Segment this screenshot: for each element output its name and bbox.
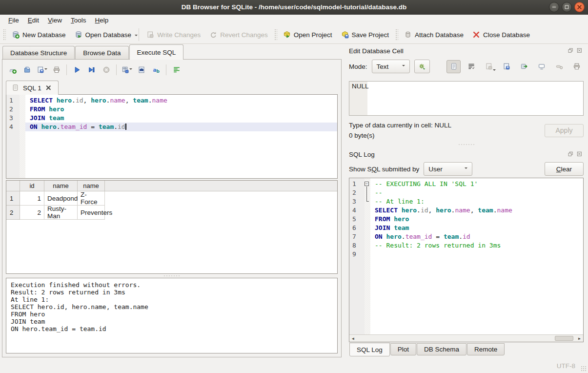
menu-help[interactable]: Help [91, 16, 113, 25]
code-text[interactable]: JOIN team [25, 114, 337, 123]
row-number[interactable]: 1 [6, 191, 20, 206]
menu-edit[interactable]: Edit [23, 16, 43, 25]
toolbar-separator [66, 64, 67, 75]
resize-grip[interactable] [581, 366, 587, 372]
tab-database-structure[interactable]: Database Structure [2, 46, 75, 59]
execution-message-panel[interactable]: Execution finished without errors. Resul… [6, 278, 338, 353]
tab-execute-sql[interactable]: Execute SQL [129, 44, 184, 60]
save-results-button[interactable] [120, 63, 133, 76]
toolbar-handle[interactable] [395, 28, 398, 41]
cell-id[interactable]: 1 [20, 191, 44, 206]
menu-view[interactable]: View [43, 16, 66, 25]
cell-id[interactable]: 2 [20, 206, 44, 220]
code-text[interactable]: FROM hero [370, 215, 583, 224]
column-header-name[interactable]: name [78, 181, 105, 191]
set-null-button[interactable] [552, 60, 566, 73]
apply-button[interactable]: Apply [545, 124, 584, 137]
code-text[interactable]: ON hero.team_id = team.id [25, 123, 337, 131]
code-text[interactable]: -- Result: 2 rows returned in 3ms [370, 241, 583, 250]
scroll-right-icon[interactable]: ▶ [576, 335, 583, 342]
code-line-3: 3JOIN team [6, 114, 337, 123]
cell-hero-name[interactable]: Deadpond [44, 191, 78, 206]
code-text[interactable]: -- At line 1: [370, 197, 583, 206]
write-changes-button[interactable]: Write Changes [142, 29, 205, 41]
execute-line-button[interactable] [85, 63, 98, 76]
bottom-tab-db-schema[interactable]: DB Schema [417, 343, 466, 355]
code-text[interactable]: ON hero.team_id = team.id [370, 232, 583, 241]
window-close-button[interactable] [574, 2, 585, 12]
column-header-name[interactable]: name [44, 181, 78, 191]
close-database-button[interactable]: Close Database [468, 29, 534, 41]
menu-file[interactable]: File [4, 16, 23, 25]
code-text[interactable]: SELECT hero.id, hero.name, team.name [370, 206, 583, 215]
tab-browse-data[interactable]: Browse Data [75, 46, 128, 59]
clear-button[interactable]: Clear [545, 162, 584, 176]
scroll-left-icon[interactable]: ◀ [349, 335, 357, 342]
code-text[interactable]: -- EXECUTING ALL IN 'SQL 1' [370, 180, 583, 188]
open-project-button[interactable]: Open Project [279, 29, 337, 41]
results-message-splitter[interactable] [6, 274, 338, 278]
open-sql-file-button[interactable] [20, 63, 34, 76]
toolbar-handle[interactable] [2, 28, 6, 41]
text-view-button[interactable] [446, 60, 461, 73]
toolbar-handle[interactable] [274, 28, 277, 41]
cell-null-label: NULL [349, 82, 367, 115]
code-text[interactable]: JOIN team [370, 224, 583, 232]
row-number[interactable]: 2 [6, 206, 20, 220]
save-cell-button[interactable] [482, 60, 496, 73]
wrap-cell-button[interactable] [464, 60, 478, 73]
dock-close-icon[interactable] [576, 47, 584, 55]
cell-team-name[interactable]: Preventers [78, 206, 105, 220]
column-header-id[interactable]: id [20, 181, 44, 191]
submitted-by-combo[interactable]: User [424, 162, 472, 176]
auto-apply-button[interactable] [414, 60, 430, 73]
scrollbar-thumb[interactable] [555, 336, 573, 341]
mode-combo[interactable]: Text [372, 60, 410, 73]
log-code-area: 1−-- EXECUTING ALL IN 'SQL 1'2--3-- At l… [349, 180, 583, 259]
new-database-button[interactable]: New Database [7, 29, 70, 41]
open-external-button[interactable] [534, 60, 548, 73]
line-number: 2 [349, 188, 365, 197]
code-text[interactable]: SELECT hero.id, hero.name, team.name [25, 96, 337, 105]
save-project-button[interactable]: Save Project [337, 29, 394, 41]
log-horizontal-scrollbar[interactable]: ◀ ▶ [349, 334, 583, 342]
save-sql-file-button[interactable] [35, 63, 48, 76]
docks-splitter[interactable] [349, 141, 584, 148]
code-text[interactable] [370, 250, 583, 259]
toolbar-separator [139, 28, 139, 41]
fold-margin: − [365, 180, 370, 188]
fold-collapse-icon[interactable]: − [365, 182, 369, 186]
sql-log-view[interactable]: 1−-- EXECUTING ALL IN 'SQL 1'2--3-- At l… [349, 178, 584, 342]
print-cell-button[interactable] [569, 60, 584, 73]
cell-team-name[interactable]: Z-Force [78, 191, 105, 206]
stop-button[interactable] [100, 63, 113, 76]
float-icon[interactable] [567, 47, 574, 55]
attach-database-button[interactable]: Attach Database [400, 29, 468, 41]
sql-editor[interactable]: 1SELECT hero.id, hero.name, team.name2FR… [6, 94, 338, 179]
tab-close-icon[interactable] [45, 84, 53, 92]
export-cell-button[interactable] [517, 60, 531, 73]
sql-tab[interactable]: SQL 1 [6, 81, 59, 95]
window-minimize-button[interactable] [549, 2, 559, 12]
dock-close-icon[interactable] [576, 151, 584, 158]
bottom-tab-remote[interactable]: Remote [467, 343, 505, 355]
execute-all-button[interactable] [70, 63, 83, 76]
window-maximize-button[interactable] [562, 2, 572, 12]
open-database-button[interactable]: Open Database [70, 29, 136, 41]
import-cell-button[interactable] [499, 60, 513, 73]
menu-tools[interactable]: Tools [66, 16, 91, 25]
code-text[interactable]: -- [370, 188, 583, 197]
cell-value-editor[interactable]: NULL [349, 81, 584, 116]
bottom-tab-sql-log[interactable]: SQL Log [349, 343, 390, 356]
new-tab-button[interactable] [6, 63, 19, 76]
word-wrap-button[interactable] [170, 63, 183, 76]
cell-hero-name[interactable]: Rusty-Man [44, 206, 78, 220]
print-button[interactable] [50, 63, 63, 76]
find-replace-button[interactable] [135, 63, 148, 76]
revert-changes-button[interactable]: Revert Changes [205, 29, 272, 41]
float-icon[interactable] [567, 151, 574, 158]
text-cursor [125, 124, 126, 130]
bottom-tab-plot[interactable]: Plot [390, 343, 416, 355]
format-sql-button[interactable]: ab [149, 63, 162, 76]
code-text[interactable]: FROM hero [25, 105, 337, 114]
